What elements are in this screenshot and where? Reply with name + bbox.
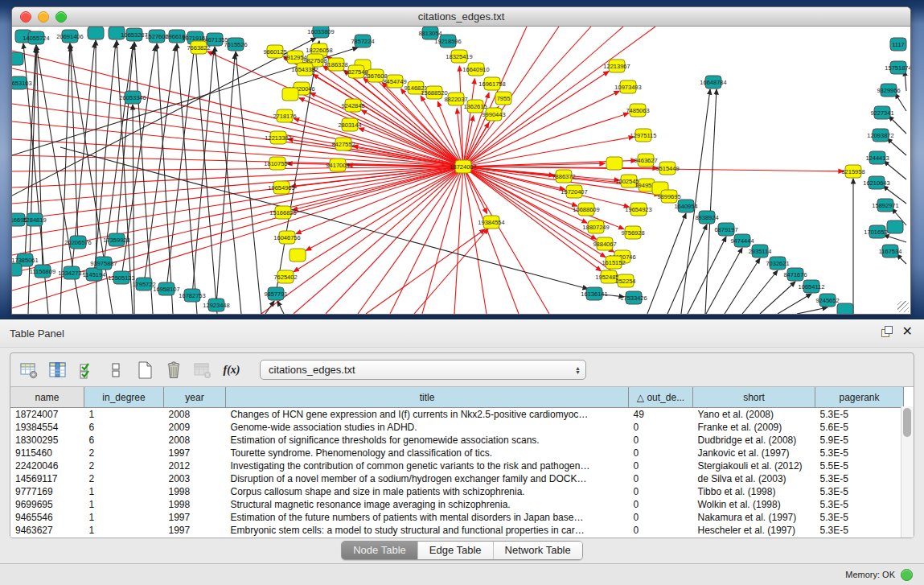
graph-node[interactable]: 17533426	[620, 291, 647, 304]
graph-node[interactable]: 10688609	[573, 203, 599, 216]
graph-node[interactable]: 15751874	[885, 61, 910, 74]
network-window-titlebar[interactable]: citations_edges.txt	[12, 7, 910, 27]
graph-node[interactable]	[12, 263, 22, 276]
graph-node[interactable]: 16210643	[863, 176, 889, 189]
graph-node[interactable]: 7615526	[224, 38, 247, 51]
graph-node[interactable]: 19654965	[268, 181, 294, 194]
graph-node[interactable]: 1284819	[23, 213, 46, 226]
graph-edge[interactable]	[277, 301, 284, 314]
graph-edge[interactable]	[742, 270, 778, 314]
graph-edge[interactable]	[358, 167, 463, 314]
graph-node[interactable]: 12975115	[630, 129, 657, 142]
delete-table-button[interactable]	[191, 358, 215, 382]
table-row[interactable]: 1872400712008Changes of HCN gene express…	[10, 408, 904, 422]
graph-edge[interactable]	[895, 93, 906, 111]
graph-node[interactable]: 15892971	[872, 199, 898, 212]
table-row[interactable]: 911546021997Tourette syndrome. Phenomeno…	[10, 447, 904, 459]
graph-node[interactable]: 9463627	[634, 154, 657, 167]
graph-node[interactable]	[88, 27, 104, 39]
graph-node[interactable]: 7857224	[351, 35, 374, 47]
window-resize-grip[interactable]	[897, 301, 909, 312]
graph-node[interactable]	[12, 52, 23, 65]
minimize-window-icon[interactable]	[38, 11, 49, 23]
graph-edge[interactable]	[390, 167, 463, 314]
graph-node[interactable]: 20653103	[12, 76, 32, 89]
graph-node[interactable]: 7625402	[273, 270, 297, 283]
graph-edge[interactable]	[778, 294, 811, 314]
graph-edge[interactable]	[12, 122, 463, 167]
graph-node[interactable]: 18107554	[264, 157, 290, 170]
graph-node[interactable]: 20206576	[64, 236, 91, 249]
graph-edge[interactable]	[192, 49, 214, 295]
network-view-window[interactable]: citations_edges.txt 18724007140557242069…	[11, 6, 911, 315]
graph-node[interactable]: 8938924	[695, 211, 718, 224]
table-row[interactable]: 1938455462009Genome-wide association stu…	[10, 421, 904, 434]
graph-node[interactable]: 12923448	[203, 299, 229, 311]
tab-edge-table[interactable]: Edge Table	[418, 542, 494, 559]
close-panel-icon[interactable]: ✕	[902, 326, 913, 337]
unselect-all-button[interactable]	[104, 358, 128, 382]
graph-edge[interactable]	[463, 167, 844, 171]
function-builder-button[interactable]: f(x)	[220, 358, 244, 382]
tab-node-table[interactable]: Node Table	[342, 542, 418, 559]
graph-node[interactable]: 1167534	[879, 245, 902, 257]
table-selector[interactable]: citations_edges.txt ▲▼	[260, 360, 586, 380]
graph-edge[interactable]	[760, 282, 795, 314]
column-header-title[interactable]: title	[226, 387, 629, 408]
column-header-in_degree[interactable]: in_degree	[84, 387, 164, 408]
graph-edge[interactable]	[647, 213, 686, 314]
graph-node[interactable]: 16648784	[700, 76, 726, 89]
graph-edge[interactable]	[463, 167, 549, 314]
table-scrollbar-thumb[interactable]	[903, 408, 911, 437]
table-row[interactable]: 946362711997Embryonic stem cells: a mode…	[10, 524, 904, 537]
graph-edge[interactable]	[463, 167, 519, 314]
graph-node[interactable]	[606, 157, 622, 170]
select-columns-button[interactable]	[46, 358, 70, 382]
graph-node[interactable]: 9756928	[621, 226, 644, 239]
graph-node[interactable]: 9857791	[264, 287, 287, 300]
column-header-name[interactable]: name	[10, 387, 84, 408]
graph-node[interactable]: 9474444	[730, 234, 754, 247]
graph-node[interactable]: 20691406	[56, 30, 83, 43]
graph-edge[interactable]	[12, 167, 463, 273]
zoom-window-icon[interactable]	[55, 11, 67, 23]
graph-node[interactable]: 16961758	[478, 77, 505, 90]
column-header-out_degree[interactable]: △ out_de...	[629, 387, 693, 408]
graph-node[interactable]	[282, 88, 298, 101]
graph-node[interactable]: 7485063	[626, 104, 649, 117]
column-header-short[interactable]: short	[693, 387, 815, 408]
graph-edge[interactable]	[454, 167, 463, 314]
graph-edge[interactable]	[236, 51, 261, 314]
graph-edge[interactable]	[706, 248, 742, 314]
graph-edge[interactable]	[463, 27, 655, 167]
graph-node[interactable]: 2935114	[749, 245, 772, 257]
graph-node[interactable]: 2718176	[273, 109, 296, 122]
graph-edge[interactable]	[12, 167, 463, 171]
graph-edge[interactable]	[884, 235, 906, 242]
close-window-icon[interactable]	[20, 11, 31, 23]
graph-node[interactable]: 19654923	[625, 203, 651, 216]
graph-node[interactable]: 11156809	[30, 265, 55, 278]
table-row[interactable]: 977716911998Corpus callosum shape and si…	[10, 485, 904, 498]
graph-edge[interactable]	[705, 89, 717, 314]
graph-node[interactable]: 9884067	[593, 237, 616, 250]
graph-node[interactable]: 1640954	[674, 200, 697, 212]
graph-node[interactable]: 7032621	[766, 257, 789, 270]
table-row[interactable]: 969969511998Structural magnetic resonanc…	[10, 498, 904, 511]
graph-node[interactable]: 9242848	[341, 99, 364, 112]
graph-edge[interactable]	[265, 301, 274, 314]
graph-node[interactable]: 12093872	[867, 129, 893, 142]
table-scrollbar[interactable]	[901, 406, 914, 538]
graph-node[interactable]: 16640910	[462, 63, 489, 76]
graph-edge[interactable]	[797, 307, 827, 314]
graph-node[interactable]: 9329966	[877, 84, 900, 97]
memory-status-icon[interactable]	[901, 569, 913, 581]
graph-node[interactable]: 15166825	[269, 206, 296, 219]
graph-node[interactable]: 7955	[495, 92, 511, 105]
graph-node[interactable]: 9899695	[657, 190, 680, 203]
graph-node[interactable]: 18325419	[446, 50, 472, 63]
graph-node[interactable]	[887, 220, 903, 233]
network-canvas[interactable]: 1872400714055724206914061065328715276026…	[12, 27, 910, 314]
graph-node[interactable]: 1795722	[132, 278, 155, 290]
graph-edge[interactable]	[884, 161, 906, 179]
